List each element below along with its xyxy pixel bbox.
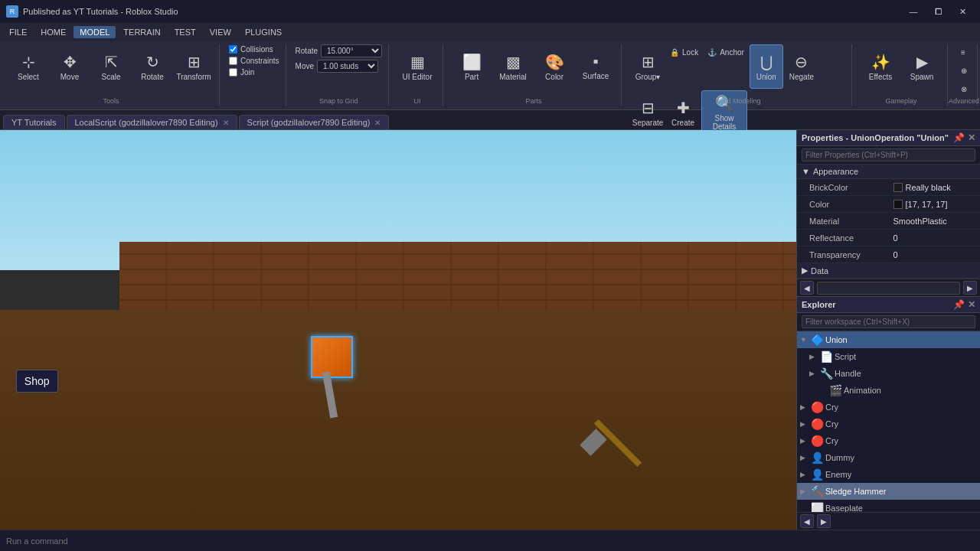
menu-test[interactable]: TEST (168, 26, 202, 38)
tree-item-cry2[interactable]: ▶ 🔴 Cry (797, 416, 980, 432)
tree-item-dummy[interactable]: ▶ 👤 Dummy (797, 449, 980, 466)
explorer-filter-input[interactable] (802, 315, 975, 328)
union-button[interactable]: ⋃ Union (750, 44, 783, 89)
material-value[interactable]: SmoothPlastic (889, 215, 981, 227)
enemy-tree-arrow[interactable]: ▶ (800, 471, 809, 478)
lock-icon: 🔒 (670, 48, 679, 57)
tree-item-enemy[interactable]: ▶ 👤 Enemy (797, 466, 980, 483)
move-icon: ✥ (64, 53, 77, 71)
minimize-button[interactable]: — (902, 4, 925, 19)
tree-item-baseplate[interactable]: ▶ ⬜ Baseplate (797, 500, 980, 512)
properties-filter-input[interactable] (802, 148, 975, 161)
explorer-nav-left[interactable]: ◀ (800, 514, 814, 528)
advanced-btn2[interactable]: ⊕ (957, 63, 971, 78)
color-value[interactable]: [17, 17, 17] (889, 198, 981, 210)
prop-nav-right[interactable]: ▶ (963, 281, 977, 295)
tree-item-cry3[interactable]: ▶ 🔴 Cry (797, 432, 980, 449)
tab-local-script[interactable]: LocalScript (godzillalover7890 Editing) … (67, 115, 237, 129)
tree-item-sledgehammer[interactable]: ▶ 🔨 Sledge Hammer (797, 483, 980, 500)
properties-close-icon[interactable]: ✕ (968, 132, 975, 143)
union-tree-label: Union (825, 335, 848, 344)
menu-home[interactable]: HOME (34, 26, 72, 38)
transparency-value[interactable]: 0 (889, 249, 981, 261)
color-row: Color [17, 17, 17] (797, 196, 980, 213)
anchor-button[interactable]: ⚓ Anchor (704, 44, 748, 60)
part-button[interactable]: ⬜ Part (452, 44, 491, 89)
data-section-header[interactable]: ▶ Data (797, 263, 980, 279)
cry1-tree-arrow[interactable]: ▶ (800, 403, 809, 411)
tab-script[interactable]: Script (godzillalover7890 Editing) ✕ (239, 115, 390, 129)
move-button[interactable]: ✥ Move (51, 44, 89, 89)
cry3-tree-label: Cry (825, 436, 838, 445)
constraints-checkbox[interactable] (229, 57, 237, 65)
join-checkbox[interactable] (229, 68, 237, 77)
effects-button[interactable]: ✨ Effects (861, 44, 900, 89)
menu-plugins[interactable]: PLUGINS (239, 26, 288, 38)
brickcolor-value[interactable]: Really black (889, 181, 981, 194)
explorer-close-icon[interactable]: ✕ (968, 299, 975, 310)
prop-nav-input[interactable] (817, 282, 960, 295)
advanced-btn3[interactable]: ⊗ (957, 81, 971, 96)
maximize-button[interactable]: ⧠ (926, 4, 949, 19)
reflectance-value[interactable]: 0 (889, 232, 981, 244)
scale-button[interactable]: ⇱ Scale (92, 44, 130, 89)
script-tree-arrow[interactable]: ▶ (809, 353, 818, 360)
dummy-tree-arrow[interactable]: ▶ (800, 454, 809, 461)
parts-group-label: Parts (526, 97, 542, 105)
ui-editor-button[interactable]: ▦ UI Editor (398, 44, 436, 89)
advanced-group-label: Advanced (949, 97, 979, 105)
group-label: Group▾ (635, 73, 661, 81)
menu-view[interactable]: VIEW (204, 26, 237, 38)
select-button[interactable]: ⊹ Select (9, 44, 47, 89)
union-tree-arrow[interactable]: ▼ (800, 336, 809, 344)
tree-item-script[interactable]: ▶ 📄 Script (797, 348, 980, 365)
collisions-checkbox[interactable] (229, 45, 237, 54)
lock-button[interactable]: 🔒 Lock (666, 44, 702, 60)
tree-item-handle[interactable]: ▶ 🔧 Handle (797, 365, 980, 382)
constraints-checkbox-row[interactable]: Constraints (229, 56, 279, 66)
tab-yt-tutorials[interactable]: YT Tutorials (3, 115, 65, 129)
rotate-button[interactable]: ↻ Rotate (133, 44, 172, 89)
move-snap-select[interactable]: 1.00 studs (317, 60, 378, 73)
negate-button[interactable]: ⊖ Negate (785, 44, 818, 89)
material-button[interactable]: ▩ Material (494, 44, 532, 89)
close-button[interactable]: ✕ (951, 4, 974, 19)
menu-terrain[interactable]: TERRAIN (117, 26, 166, 38)
cry3-tree-arrow[interactable]: ▶ (800, 437, 809, 445)
handle-tree-arrow[interactable]: ▶ (809, 370, 818, 377)
transform-button[interactable]: ⊞ Transform (175, 44, 213, 89)
menu-model[interactable]: MODEL (74, 26, 116, 38)
title-bar: R Published as YT Tutorials - Roblox Stu… (0, 0, 980, 23)
color-button[interactable]: 🎨 Color (535, 44, 573, 89)
collisions-checkbox-row[interactable]: Collisions (229, 44, 279, 54)
join-checkbox-row[interactable]: Join (229, 67, 279, 77)
prop-nav-left[interactable]: ◀ (800, 281, 814, 295)
cry2-tree-arrow[interactable]: ▶ (800, 420, 809, 428)
menu-file[interactable]: FILE (3, 26, 33, 38)
surface-button[interactable]: ▪ Surface (577, 44, 615, 89)
tree-item-animation[interactable]: ▶ 🎬 Animation (797, 382, 980, 399)
tree-item-cry1[interactable]: ▶ 🔴 Cry (797, 399, 980, 416)
command-input[interactable] (6, 536, 236, 546)
spawn-button[interactable]: ▶ Spawn (903, 44, 941, 89)
create-icon: ✚ (677, 99, 690, 117)
properties-pin-icon[interactable]: 📌 (953, 132, 965, 143)
appearance-section-header[interactable]: ▼ Appearance (797, 165, 980, 179)
viewport[interactable]: Shop (0, 130, 796, 530)
separate-icon: ⊟ (642, 99, 655, 117)
explorer-nav-right[interactable]: ▶ (817, 514, 831, 528)
advanced-btn1[interactable]: ≡ (957, 44, 971, 60)
rotate-snap-select[interactable]: 15.000° (321, 44, 382, 57)
tab-bar: YT Tutorials LocalScript (godzillalover7… (0, 110, 980, 130)
collisions-label: Collisions (240, 45, 273, 54)
rotate-label: Rotate (141, 73, 163, 81)
close-script-tab[interactable]: ✕ (374, 119, 381, 127)
group-button[interactable]: ⊞ Group▾ (631, 44, 665, 89)
tree-item-union[interactable]: ▼ 🔷 Union (797, 331, 980, 348)
explorer-pin-icon[interactable]: 📌 (953, 299, 965, 310)
sledgehammer-tree-arrow[interactable]: ▶ (800, 487, 809, 495)
ribbon-group-options: Collisions Constraints Join (223, 44, 286, 106)
create-button[interactable]: ✚ Create (666, 90, 700, 135)
close-local-script-tab[interactable]: ✕ (223, 119, 229, 127)
separate-button[interactable]: ⊟ Separate (631, 90, 665, 135)
